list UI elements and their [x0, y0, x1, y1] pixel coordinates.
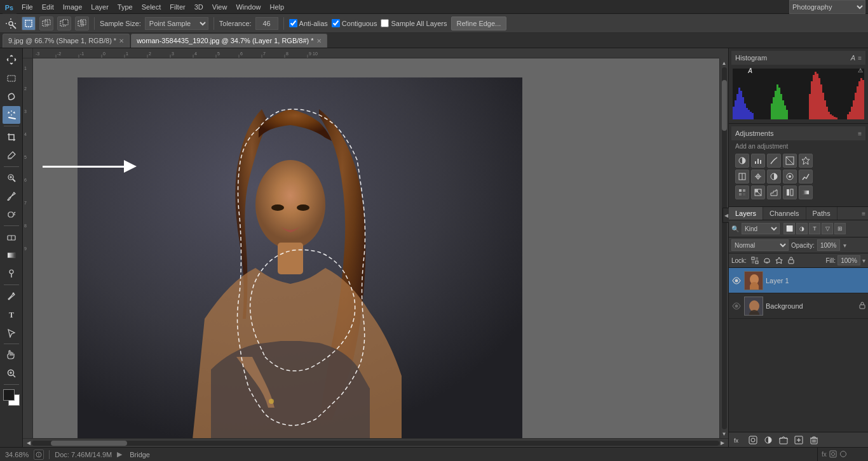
mini-bridge-label[interactable]: Bridge	[130, 451, 150, 458]
canvas-area[interactable]	[33, 58, 719, 438]
horizontal-scroll-thumb[interactable]	[51, 441, 127, 446]
status-expand-btn[interactable]: ▶	[117, 450, 122, 458]
path-selection-tool[interactable]	[3, 324, 20, 342]
color-balance-adj[interactable]	[751, 170, 765, 184]
workspace-selector[interactable]: Photography	[789, 0, 865, 14]
new-fill-adjustment-btn[interactable]	[762, 434, 775, 446]
photo-filter-adj[interactable]	[783, 170, 797, 184]
intersect-selection-btn[interactable]	[75, 17, 89, 30]
color-lookup-adj[interactable]	[735, 185, 749, 199]
opacity-arrow[interactable]: ▾	[843, 242, 846, 249]
eraser-tool[interactable]	[3, 228, 20, 246]
move-tool[interactable]	[3, 51, 20, 69]
sample-all-layers-check[interactable]: Sample All Layers	[381, 19, 447, 27]
marquee-tool[interactable]	[3, 69, 20, 87]
new-group-btn[interactable]	[777, 434, 790, 446]
menu-layer[interactable]: Layer	[87, 2, 112, 12]
adjustments-collapse-icon[interactable]: ≡	[858, 130, 862, 137]
opacity-input[interactable]	[817, 239, 840, 251]
adjustments-header[interactable]: Adjustments ≡	[731, 126, 865, 140]
vertical-scroll-thumb[interactable]	[722, 80, 727, 131]
hand-tool[interactable]	[3, 346, 20, 364]
lock-transparent-pixels-btn[interactable]	[750, 255, 760, 265]
brightness-contrast-adj[interactable]	[735, 154, 749, 168]
layer-1-visibility[interactable]	[731, 276, 742, 286]
tab-9jpg[interactable]: 9.jpg @ 66.7% (Shape 1, RGB/8) * ✕	[3, 34, 130, 48]
menu-view[interactable]: View	[208, 2, 231, 12]
lock-all-btn[interactable]	[786, 255, 796, 265]
hue-saturation-adj[interactable]	[735, 170, 749, 184]
gradient-map-adj[interactable]	[799, 185, 813, 199]
pen-tool[interactable]	[3, 287, 20, 305]
channel-mixer-adj[interactable]	[799, 170, 813, 184]
lasso-tool[interactable]	[3, 88, 20, 105]
gradient-tool[interactable]	[3, 246, 20, 264]
histogram-header[interactable]: Histogram A ≡	[731, 51, 865, 65]
scroll-up-btn[interactable]: ▲	[721, 60, 728, 66]
background-visibility[interactable]	[731, 301, 742, 311]
curves-adj[interactable]	[767, 154, 781, 168]
posterize-adj[interactable]	[767, 185, 781, 199]
layers-panel-options-btn[interactable]: ≡	[862, 210, 865, 217]
smart-bottom-icon[interactable]	[839, 450, 847, 459]
add-layer-mask-btn[interactable]	[747, 434, 759, 446]
foreground-background-colors[interactable]	[3, 389, 20, 406]
tab-9jpg-close[interactable]: ✕	[119, 37, 124, 44]
channels-tab[interactable]: Channels	[763, 207, 806, 220]
panel-collapse-btn[interactable]: ◀	[722, 208, 729, 223]
blend-mode-select[interactable]: Normal Multiply Screen Overlay	[731, 239, 789, 251]
black-white-adj[interactable]	[767, 170, 781, 184]
invert-adj[interactable]	[751, 185, 765, 199]
sample-size-select[interactable]: Point Sample	[145, 17, 208, 30]
menu-help[interactable]: Help	[266, 2, 288, 12]
tab-woman-jpg-close[interactable]: ✕	[316, 37, 322, 44]
tolerance-input[interactable]	[255, 17, 278, 30]
exposure-adj[interactable]	[783, 154, 797, 168]
layer-fx-btn[interactable]: fx	[731, 434, 744, 446]
anti-alias-check[interactable]: Anti-alias	[289, 19, 328, 27]
crop-tool[interactable]	[3, 128, 20, 146]
foreground-color[interactable]	[3, 389, 15, 401]
layer-adjustment-filter[interactable]: ◑	[796, 223, 808, 234]
tab-woman-jpg[interactable]: woman-3584435_1920.jpg @ 34.7% (Layer 1,…	[131, 34, 327, 48]
layer-kind-select[interactable]: Kind	[742, 223, 780, 234]
lock-image-pixels-btn[interactable]	[762, 255, 772, 265]
new-layer-btn[interactable]	[792, 434, 805, 446]
layer-shape-filter[interactable]: ▽	[822, 223, 833, 234]
layers-tab[interactable]: Layers	[729, 207, 763, 220]
add-selection-btn[interactable]	[39, 17, 53, 30]
menu-type[interactable]: Type	[114, 2, 137, 12]
scroll-right-btn[interactable]: ▶	[719, 440, 726, 446]
layer-pixel-filter[interactable]: ⬜	[783, 223, 795, 234]
delete-layer-btn[interactable]	[808, 434, 820, 446]
vertical-scrollbar[interactable]: ▲ ▼	[719, 58, 728, 438]
magic-wand-tool[interactable]	[3, 106, 20, 124]
menu-select[interactable]: Select	[138, 2, 165, 12]
menu-window[interactable]: Window	[232, 2, 264, 12]
clone-tool[interactable]	[3, 206, 20, 224]
fx-bottom-icon[interactable]: fx	[822, 451, 827, 458]
dodge-tool[interactable]	[3, 265, 20, 283]
mask-bottom-icon[interactable]	[829, 450, 837, 459]
brush-tool[interactable]	[3, 187, 20, 205]
menu-3d[interactable]: 3D	[191, 2, 207, 12]
threshold-adj[interactable]	[783, 185, 797, 199]
layer-1-item[interactable]: Layer 1	[729, 268, 868, 293]
fill-arrow[interactable]: ▾	[862, 257, 865, 264]
menu-filter[interactable]: Filter	[166, 2, 189, 12]
horizontal-scrollbar[interactable]: ◀ ▶	[23, 438, 728, 447]
fill-input[interactable]	[837, 255, 860, 265]
menu-edit[interactable]: Edit	[38, 2, 58, 12]
horizontal-scroll-track[interactable]	[32, 441, 719, 446]
healing-tool[interactable]	[3, 169, 20, 187]
menu-image[interactable]: Image	[59, 2, 86, 12]
zoom-tool[interactable]	[3, 364, 20, 382]
lock-position-btn[interactable]	[774, 255, 784, 265]
contiguous-check[interactable]: Contiguous	[332, 19, 377, 27]
subtract-selection-btn[interactable]	[57, 17, 71, 30]
type-tool[interactable]: T	[3, 305, 20, 323]
menu-file[interactable]: File	[18, 2, 37, 12]
histogram-collapse-icon[interactable]: ≡	[858, 55, 862, 62]
levels-adj[interactable]	[751, 154, 765, 168]
zoom-warning-btn[interactable]	[34, 450, 44, 460]
